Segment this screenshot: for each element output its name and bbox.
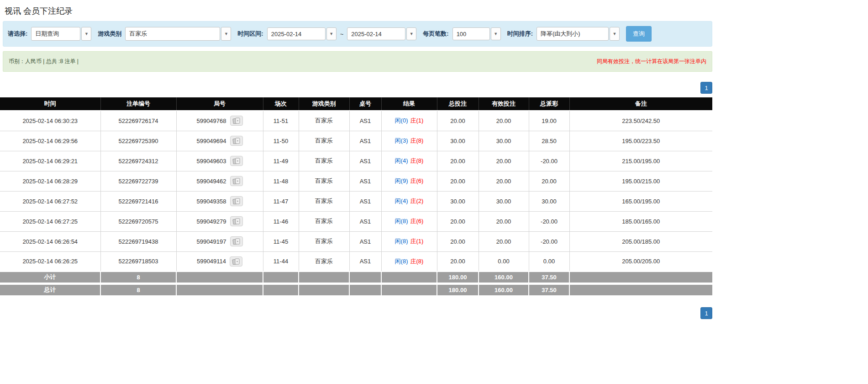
result-banker: 庄(2): [410, 197, 424, 204]
cards-result-icon[interactable]: [230, 196, 243, 206]
cell-bet-id: 522269721416: [100, 191, 176, 211]
cell-result: 闲(4)庄(8): [381, 151, 437, 171]
chevron-down-icon[interactable]: ▼: [81, 27, 91, 41]
date-to-value[interactable]: 2025-02-14: [347, 27, 405, 40]
cell-result: 闲(8)庄(1): [381, 231, 437, 251]
chevron-down-icon[interactable]: ▼: [610, 27, 620, 41]
cards-result-icon[interactable]: [230, 216, 243, 226]
cell-time: 2025-02-14 06:30:23: [0, 111, 100, 131]
cell-session: 11-45: [263, 231, 299, 251]
result-banker: 庄(1): [410, 238, 424, 245]
cards-result-icon[interactable]: [230, 256, 242, 267]
result-player: 闲(9): [395, 177, 408, 184]
result-player: 闲(4): [395, 197, 408, 204]
round-id-value: 599049694: [196, 138, 226, 144]
query-type-value[interactable]: 日期查询: [31, 27, 80, 41]
cell-game-type: 百家乐: [299, 211, 349, 231]
cards-result-icon[interactable]: [230, 156, 243, 166]
cell-session: 11-48: [263, 171, 299, 191]
round-id-value: 599049358: [196, 198, 226, 205]
round-id-value: 599049114: [197, 258, 226, 265]
cell-result: 闲(9)庄(6): [381, 171, 437, 191]
cell-total-bet[interactable]: 20.00: [437, 171, 479, 191]
round-id-value: 599049603: [196, 158, 226, 165]
cards-result-icon[interactable]: [230, 236, 243, 246]
valid-bet-notice-text: 同局有效投注，统一计算在该局第一张注单内: [597, 58, 706, 65]
table-body: 2025-02-14 06:30:23 522269726174 5990497…: [0, 111, 712, 272]
result-player: 闲(8): [395, 238, 408, 245]
total-row: 总计 8 180.00 160.00 37.50: [0, 283, 712, 295]
table-row: 2025-02-14 06:30:23 522269726174 5990497…: [0, 111, 712, 131]
cell-total-bet[interactable]: 20.00: [437, 251, 479, 272]
result-banker: 庄(8): [410, 157, 424, 164]
pagination-top: 1: [0, 82, 712, 94]
page-size-label: 每页笔数:: [423, 30, 448, 38]
cell-remark: 215.00/195.00: [569, 151, 712, 171]
page-title: 视讯 会员下注纪录: [5, 5, 712, 16]
cell-game-type: 百家乐: [299, 191, 349, 211]
total-count: 8: [100, 283, 176, 295]
date-from-value[interactable]: 2025-02-14: [267, 27, 326, 40]
cell-total-bet[interactable]: 20.00: [437, 111, 479, 131]
table-row: 2025-02-14 06:28:29 522269722739 5990494…: [0, 171, 712, 191]
cell-remark: 195.00/223.50: [569, 131, 712, 151]
time-sort-value[interactable]: 降幂(由大到小): [537, 27, 609, 41]
result-player: 闲(4): [395, 157, 408, 164]
chevron-down-icon[interactable]: ▼: [326, 27, 337, 40]
cell-total-bet[interactable]: 30.00: [437, 131, 479, 151]
col-payout: 总派彩: [529, 97, 569, 111]
cell-valid-bet: 20.00: [479, 151, 529, 171]
page-button-1[interactable]: 1: [700, 307, 712, 319]
round-id-value: 599049768: [196, 117, 226, 124]
cards-result-icon[interactable]: [230, 176, 243, 186]
cell-round-id: 599049462: [176, 171, 263, 191]
cell-table-no: AS1: [349, 231, 381, 251]
total-payout: 37.50: [529, 283, 569, 295]
cell-total-bet[interactable]: 20.00: [437, 231, 479, 251]
subtotal-valid-bet: 160.00: [479, 272, 529, 283]
result-banker: 庄(8): [410, 137, 424, 144]
cell-total-bet[interactable]: 30.00: [437, 191, 479, 211]
cell-result: 闲(0)庄(1): [381, 111, 437, 131]
cell-session: 11-46: [263, 211, 299, 231]
cell-bet-id: 522269724312: [100, 151, 176, 171]
round-id-value: 599049462: [196, 178, 226, 185]
cell-total-bet[interactable]: 20.00: [437, 211, 479, 231]
page-size-select[interactable]: 100 ▼: [452, 27, 501, 40]
cell-session: 11-50: [263, 131, 299, 151]
query-type-select[interactable]: 日期查询 ▼: [31, 27, 91, 41]
time-range-label: 时间区间:: [237, 30, 263, 38]
cell-time: 2025-02-14 06:29:21: [0, 151, 100, 171]
date-to-select[interactable]: 2025-02-14 ▼: [347, 27, 416, 40]
cell-session: 11-44: [263, 251, 299, 272]
cell-valid-bet: 20.00: [479, 111, 529, 131]
result-banker: 庄(8): [410, 258, 424, 265]
total-valid-bet: 160.00: [479, 283, 529, 295]
search-button[interactable]: 查询: [626, 26, 652, 42]
cell-table-no: AS1: [349, 191, 381, 211]
cell-total-bet[interactable]: 20.00: [437, 151, 479, 171]
chevron-down-icon[interactable]: ▼: [221, 27, 231, 41]
page-button-1[interactable]: 1: [700, 82, 712, 94]
game-type-select[interactable]: 百家乐 ▼: [125, 27, 231, 41]
page-size-value[interactable]: 100: [452, 27, 490, 40]
cards-result-icon[interactable]: [230, 136, 243, 146]
cell-session: 11-49: [263, 151, 299, 171]
subtotal-count: 8: [100, 272, 176, 283]
cell-time: 2025-02-14 06:26:25: [0, 251, 100, 272]
chevron-down-icon[interactable]: ▼: [491, 27, 501, 40]
date-from-select[interactable]: 2025-02-14 ▼: [267, 27, 337, 40]
pagination-bottom: 1: [0, 307, 712, 319]
cell-bet-id: 522269720575: [100, 211, 176, 231]
cell-result: 闲(4)庄(2): [381, 191, 437, 211]
subtotal-label: 小计: [0, 272, 100, 283]
filter-bar: 请选择: 日期查询 ▼ 游戏类别 百家乐 ▼ 时间区间: 2025-02-14 …: [3, 21, 712, 47]
currency-summary-text: 币别：人民币 | 总共 :8 注单 |: [9, 58, 79, 65]
chevron-down-icon[interactable]: ▼: [406, 27, 416, 40]
cell-round-id: 599049603: [176, 151, 263, 171]
time-sort-select[interactable]: 降幂(由大到小) ▼: [537, 27, 620, 41]
game-type-value[interactable]: 百家乐: [125, 27, 220, 41]
cell-bet-id: 522269718503: [100, 251, 176, 272]
cards-result-icon[interactable]: [230, 116, 243, 126]
col-time: 时间: [0, 97, 100, 111]
